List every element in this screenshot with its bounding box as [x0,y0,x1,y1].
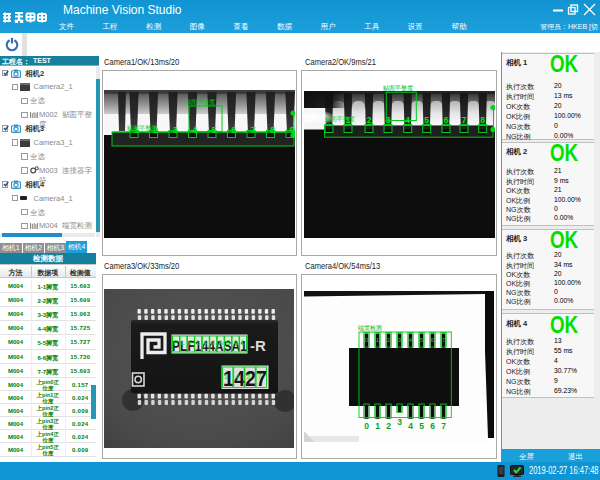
svg-text:L: L [181,339,185,346]
svg-text:2: 2 [367,115,372,125]
svg-text:6: 6 [430,421,435,431]
svg-text:6: 6 [231,125,236,135]
svg-text:A: A [233,339,238,346]
svg-text:1: 1 [241,339,245,346]
svg-text:0: 0 [364,421,369,431]
svg-text:4: 4 [211,339,215,346]
svg-text:7: 7 [251,125,256,135]
svg-text:2: 2 [153,125,158,135]
svg-text:F: F [188,339,192,346]
svg-text:1: 1 [196,339,200,346]
svg-text:4: 4 [235,373,239,380]
svg-text:3: 3 [386,115,391,125]
svg-text:-R: -R [250,337,266,354]
svg-text:8: 8 [270,125,275,135]
svg-text:7: 7 [258,373,262,380]
svg-text:7: 7 [441,421,446,431]
svg-text:5: 5 [419,421,424,431]
svg-text:S: S [226,339,231,346]
svg-text:3: 3 [397,417,402,427]
svg-text:1: 1 [346,115,351,125]
svg-text:P: P [174,339,179,346]
svg-text:4: 4 [405,115,410,125]
svg-text:5: 5 [212,125,217,135]
svg-text:4: 4 [203,339,207,346]
svg-text:4: 4 [408,421,413,431]
svg-text:贴面平整度: 贴面平整度 [185,98,215,106]
svg-text:2: 2 [386,421,391,431]
svg-text:1: 1 [224,373,228,380]
svg-text:4: 4 [192,125,197,135]
svg-text:1: 1 [134,125,139,135]
svg-text:端宽检测: 端宽检测 [358,324,382,332]
svg-text:A: A [218,339,223,346]
svg-text:6: 6 [444,115,449,125]
svg-text:5: 5 [424,115,429,125]
svg-text:7: 7 [462,115,467,125]
svg-text:2: 2 [246,373,250,380]
svg-text:9: 9 [290,125,295,135]
svg-text:1: 1 [375,421,380,431]
svg-text:3: 3 [173,125,178,135]
svg-text:8: 8 [480,115,485,125]
